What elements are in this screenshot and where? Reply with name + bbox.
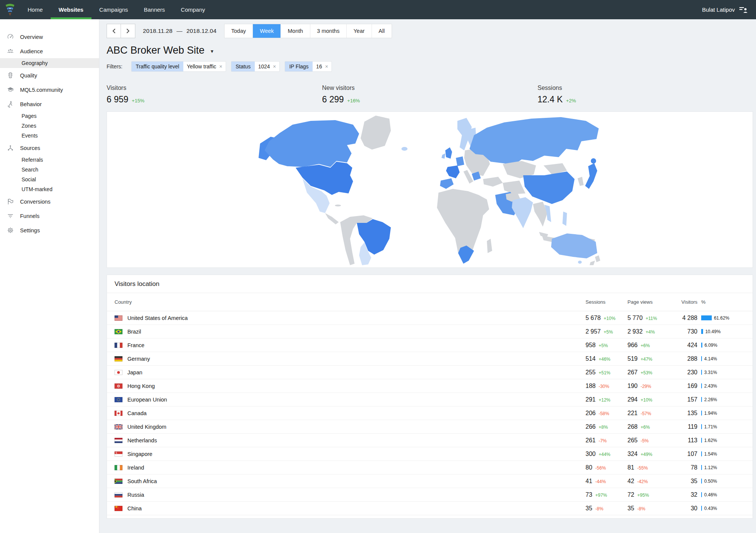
map-country-japan-hokkaido[interactable] — [591, 158, 596, 164]
nav-item-banners[interactable]: Banners — [136, 0, 173, 19]
table-row-sg[interactable]: Singapore300+44%324+49%1071.54% — [107, 447, 753, 461]
map-country-iceland[interactable] — [401, 147, 407, 151]
sidebar-item-behavior[interactable]: Behavior — [0, 97, 99, 111]
flag-icon-ca — [115, 411, 122, 416]
country-name: Netherlands — [127, 437, 157, 443]
sidebar-item-referrals[interactable]: Referrals — [0, 155, 99, 165]
percent-value: 1.12% — [704, 465, 717, 470]
table-row-za[interactable]: South Africa41-44%42-42%350.50% — [107, 474, 753, 488]
table-row-fr[interactable]: France958+5%966+6%4246.09% — [107, 338, 753, 352]
column-header-sessions[interactable]: Sessions — [586, 299, 627, 305]
sidebar-item-audience[interactable]: Audience — [0, 44, 99, 58]
percent-value: 3.31% — [704, 370, 717, 375]
sidebar-item-events[interactable]: Events — [0, 131, 99, 141]
column-header-visitors[interactable]: Visitors — [665, 299, 697, 305]
range-button-year[interactable]: Year — [346, 24, 371, 38]
nav-item-campaigns[interactable]: Campaigns — [91, 0, 136, 19]
close-icon[interactable]: × — [325, 62, 328, 71]
range-button-today[interactable]: Today — [225, 24, 253, 38]
filter-chip-value: 16× — [313, 62, 332, 71]
map-country-australia[interactable] — [551, 233, 597, 258]
pageviews-change: +4% — [646, 329, 655, 335]
table-row-ca[interactable]: Canada206-58%221-57%1351.94% — [107, 406, 753, 420]
sessions-change: -44% — [595, 479, 606, 484]
filter-chip-traffic-quality-level[interactable]: Traffic quality levelYellow traffic× — [131, 61, 226, 72]
map-country-cuba[interactable] — [335, 204, 341, 206]
table-row-ru[interactable]: Russia73+97%72+95%320.46% — [107, 488, 753, 502]
sidebar-item-pages[interactable]: Pages — [0, 111, 99, 121]
filter-chip-status[interactable]: Status1024× — [231, 61, 280, 72]
table-row-nl[interactable]: Netherlands261-7%265-5%1131.62% — [107, 434, 753, 447]
map-country-tasmania[interactable] — [578, 261, 582, 264]
sidebar-item-quality[interactable]: Quality — [0, 68, 99, 82]
sidebar-item-settings[interactable]: Settings — [0, 223, 99, 237]
map-country-china[interactable] — [523, 171, 575, 204]
sidebar-item-geography[interactable]: Geography — [0, 58, 99, 68]
sidebar-item-search[interactable]: Search — [0, 165, 99, 175]
map-country-new-zealand-north[interactable] — [595, 255, 600, 262]
close-icon[interactable]: × — [273, 62, 276, 71]
table-row-jp[interactable]: Japan255+51%267+53%2303.31% — [107, 366, 753, 379]
sidebar-item-social[interactable]: Social — [0, 175, 99, 184]
range-button-week[interactable]: Week — [253, 24, 280, 38]
close-icon[interactable]: × — [219, 62, 222, 71]
map-country-iran[interactable] — [503, 181, 525, 194]
table-row-gb[interactable]: United Kingdom266+8%268+6%1191.71% — [107, 420, 753, 434]
stat-new-visitors: New visitors6 299+16% — [322, 85, 538, 105]
map-country-ireland[interactable] — [442, 153, 445, 159]
range-button-all[interactable]: All — [372, 24, 392, 38]
map-country-turkey[interactable] — [483, 177, 503, 187]
map-country-uk[interactable] — [445, 147, 452, 159]
sidebar-item-mql5-community[interactable]: MQL5.community — [0, 83, 99, 97]
nav-item-home[interactable]: Home — [20, 0, 51, 19]
table-row-cn[interactable]: China35-8%35-8%300.43% — [107, 502, 753, 515]
user-menu[interactable]: Bulat Latipov — [702, 0, 756, 19]
table-row-hk[interactable]: Hong Kong188-30%190-29%1692.43% — [107, 379, 753, 393]
map-country-usa[interactable] — [296, 162, 353, 195]
map-country-madagascar[interactable] — [487, 239, 492, 253]
stat-value: 12.4 K — [538, 94, 563, 105]
map-country-russia[interactable] — [469, 117, 599, 165]
table-row-de[interactable]: Germany514+46%519+47%2884.14% — [107, 352, 753, 366]
map-country-japan[interactable] — [585, 163, 597, 189]
sidebar-item-zones[interactable]: Zones — [0, 121, 99, 131]
map-country-germany[interactable] — [456, 156, 464, 166]
people-icon — [6, 47, 14, 55]
range-button-3-months[interactable]: 3 months — [310, 24, 347, 38]
date-from: 2018.11.28 — [143, 28, 172, 34]
map-country-korea[interactable] — [578, 177, 584, 186]
nav-item-websites[interactable]: Websites — [51, 0, 91, 19]
map-country-greenland[interactable] — [361, 116, 391, 150]
map-country-new-zealand-south[interactable] — [590, 261, 595, 265]
table-row-us[interactable]: United States of America5 678+10%5 770+1… — [107, 311, 753, 325]
map-country-india[interactable] — [512, 197, 533, 228]
sidebar-item-sources[interactable]: Sources — [0, 141, 99, 155]
map-region-iberia[interactable] — [440, 178, 454, 189]
sidebar-item-utm-marked[interactable]: UTM-marked — [0, 184, 99, 194]
sidebar-item-funnels[interactable]: Funnels — [0, 209, 99, 223]
table-row-br[interactable]: Brazil2 957+5%2 932+4%73010.49% — [107, 325, 753, 338]
table-row-eu[interactable]: European Union291+12%294+10%1572.26% — [107, 393, 753, 406]
next-period-button[interactable] — [121, 24, 135, 38]
site-selector[interactable]: ABC Broker Web Site ▼ — [107, 45, 214, 56]
map-region-central-america[interactable] — [325, 213, 339, 224]
map-country-philippines[interactable] — [562, 212, 567, 226]
column-header-country[interactable]: Country — [115, 299, 586, 305]
filter-chip-ip-flags[interactable]: IP Flags16× — [285, 61, 332, 72]
map-country-canada[interactable] — [265, 120, 359, 167]
sidebar-item-label: Overview — [20, 34, 43, 40]
filter-chip-value: Yellow traffic× — [183, 62, 226, 71]
map-country-france[interactable] — [446, 165, 460, 178]
range-button-month[interactable]: Month — [280, 24, 310, 38]
table-row-ie[interactable]: Ireland80-56%81-55%781.12% — [107, 461, 753, 474]
page-title: ABC Broker Web Site — [107, 45, 204, 56]
pageviews-cell: 5 770+11% — [627, 315, 665, 321]
sidebar-item-conversions[interactable]: Conversions — [0, 195, 99, 209]
finteza-logo[interactable] — [0, 0, 20, 19]
nav-item-company[interactable]: Company — [173, 0, 213, 19]
sidebar-item-overview[interactable]: Overview — [0, 30, 99, 44]
prev-period-button[interactable] — [107, 24, 121, 38]
column-header-percent[interactable]: % — [697, 299, 745, 305]
country-name: Ireland — [127, 465, 144, 471]
column-header-pageviews[interactable]: Page views — [627, 299, 665, 305]
